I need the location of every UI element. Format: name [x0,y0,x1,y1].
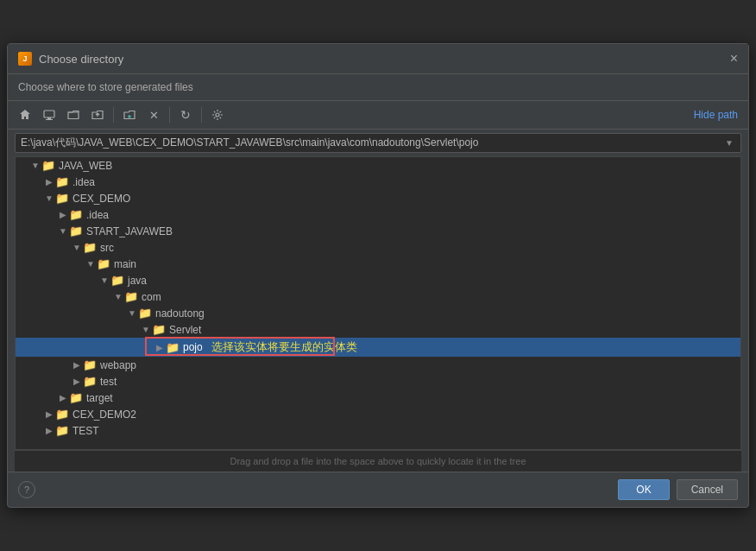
tree-item-cex-demo2[interactable]: ▶ 📁 CEX_DEMO2 [16,406,740,422]
new-folder-button[interactable] [119,104,140,125]
item-label: pojo [183,341,203,353]
expand-icon: ▼ [140,325,152,334]
bottom-bar: ? OK Cancel [8,472,748,507]
svg-rect-0 [44,111,54,117]
tree-item-test[interactable]: ▶ 📁 test [16,373,740,390]
item-label: CEX_DEMO [72,193,130,205]
expand-icon: ▼ [112,292,124,301]
folder-icon: 📁 [55,408,69,421]
folder-up-button[interactable] [87,104,108,125]
dialog-subtitle: Choose where to store generated files [8,74,748,101]
folder-icon: 📁 [55,424,69,437]
app-icon: J [18,52,32,66]
item-label: CEX_DEMO2 [72,408,136,421]
tree-item-idea-2[interactable]: ▶ 📁 .idea [16,206,740,223]
separator-2 [169,107,170,123]
folder-icon: 📁 [83,375,97,388]
tree-item-main[interactable]: ▼ 📁 main [16,256,740,272]
folder-icon: 📁 [41,159,55,172]
folder-icon: 📁 [138,307,152,320]
tree-item-nadoutong[interactable]: ▼ 📁 nadoutong [16,305,740,321]
tree-item-src[interactable]: ▼ 📁 src [16,239,740,256]
folder-button[interactable] [63,104,84,125]
path-bar: E:\java\代码\JAVA_WEB\CEX_DEMO\START_JAVAW… [15,133,741,153]
folder-icon: 📁 [83,358,97,371]
folder-icon: 📁 [152,323,166,336]
svg-rect-1 [47,117,51,119]
delete-icon: ✕ [149,109,159,122]
tree-item-idea-1[interactable]: ▶ 📁 .idea [16,174,740,190]
item-label: java [128,275,147,287]
folder-icon: 📁 [69,391,83,404]
folder-icon: 📁 [55,192,69,205]
svg-rect-2 [46,119,53,120]
bottom-actions: OK Cancel [618,479,738,500]
delete-button[interactable]: ✕ [143,104,164,125]
item-label: START_JAVAWEB [86,225,173,238]
refresh-button[interactable]: ↻ [175,104,196,125]
title-bar: J Choose directory × [8,44,748,74]
tree-item-cex-demo[interactable]: ▼ 📁 CEX_DEMO [16,190,740,206]
folder-icon: 📁 [166,341,180,354]
item-label: src [100,242,114,254]
expand-icon: ▼ [85,259,97,269]
item-label: JAVA_WEB [59,160,112,172]
expand-icon: ▶ [43,409,55,419]
tree-item-start-javaweb[interactable]: ▼ 📁 START_JAVAWEB [16,223,740,239]
expand-icon: ▶ [43,426,55,435]
ok-button[interactable]: OK [618,479,669,500]
close-button[interactable]: × [730,51,738,66]
folder-icon: 📁 [69,225,83,238]
cancel-button[interactable]: Cancel [677,479,738,500]
folder-icon: 📁 [55,175,69,188]
help-button[interactable]: ? [18,481,35,498]
expand-icon: ▼ [29,161,41,170]
expand-icon: ▶ [57,210,69,219]
item-label: webapp [100,359,136,371]
expand-icon: ▶ [57,393,69,402]
item-label: nadoutong [155,307,205,320]
svg-point-3 [216,113,219,117]
tree-item-test-root[interactable]: ▶ 📁 TEST [16,422,740,439]
tree-item-pojo[interactable]: ▶ 📁 pojo 选择该实体将要生成的实体类 [16,338,740,357]
path-dropdown-icon[interactable]: ▼ [723,138,735,148]
item-label: TEST [72,425,99,437]
expand-icon: ▼ [126,308,138,318]
expand-icon: ▼ [43,193,55,203]
annotation-text: 选择该实体将要生成的实体类 [211,339,357,355]
path-text: E:\java\代码\JAVA_WEB\CEX_DEMO\START_JAVAW… [21,136,723,150]
tree-item-com[interactable]: ▼ 📁 com [16,288,740,305]
item-label: com [142,291,161,303]
item-label: target [86,392,113,404]
home-button[interactable] [15,104,35,125]
item-label: test [100,376,117,388]
folder-icon: 📁 [83,241,97,254]
expand-icon: ▼ [71,243,83,252]
separator-3 [201,107,202,123]
tree-item-webapp[interactable]: ▶ 📁 webapp [16,357,740,373]
tree-item-target[interactable]: ▶ 📁 target [16,390,740,406]
tree-item-java-web[interactable]: ▼ 📁 JAVA_WEB [16,157,740,174]
desktop-button[interactable] [39,104,60,125]
settings-button[interactable] [207,104,228,125]
refresh-icon: ↻ [180,108,191,122]
tree-item-servlet[interactable]: ▼ 📁 Servlet [16,321,740,338]
expand-icon: ▶ [71,360,83,370]
folder-icon: 📁 [124,290,138,303]
item-label: .idea [72,176,95,188]
drag-hint: Drag and drop a file into the space abov… [15,450,741,472]
title-bar-left: J Choose directory [18,52,123,66]
dialog-title: Choose directory [39,53,123,66]
tree-item-java[interactable]: ▼ 📁 java [16,272,740,288]
expand-icon: ▶ [71,377,83,386]
directory-tree[interactable]: ▼ 📁 JAVA_WEB ▶ 📁 .idea ▼ 📁 CEX_DEMO ▶ 📁 … [15,156,741,450]
expand-icon: ▼ [57,226,69,236]
choose-directory-dialog: J Choose directory × Choose where to sto… [7,43,749,508]
toolbar-left: ✕ ↻ [15,104,228,125]
folder-icon: 📁 [69,208,83,221]
toolbar: ✕ ↻ Hide path [8,101,748,130]
expand-icon: ▼ [98,276,110,285]
item-label: main [114,258,136,270]
hide-path-button[interactable]: Hide path [690,107,741,123]
item-label: .idea [86,209,109,221]
